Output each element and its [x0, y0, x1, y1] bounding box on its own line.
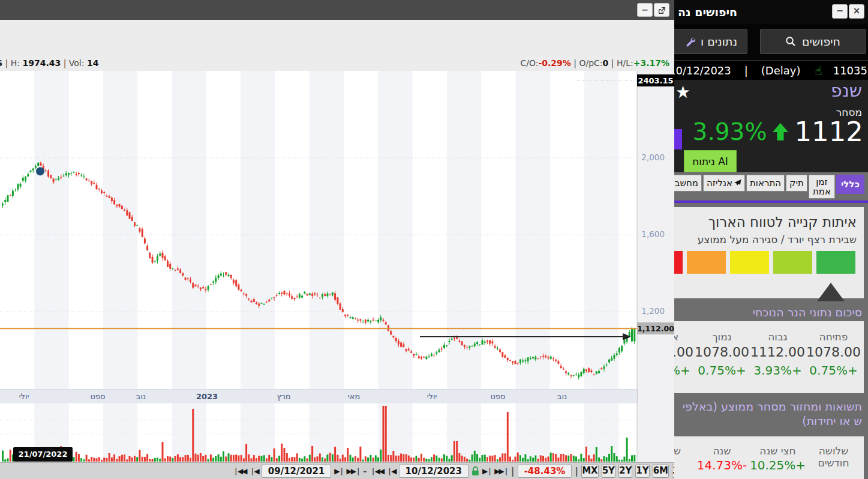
screen: − S | H: 1974.43 | Vol: 14 C/O:-0.29% | …	[0, 0, 868, 479]
period-button-5y[interactable]: 5Y	[602, 465, 615, 478]
hl-value: +3.17%	[633, 58, 669, 68]
tab-alerts[interactable]: התראות	[746, 175, 785, 191]
svg-text:2403.15: 2403.15	[638, 76, 673, 85]
search-side-panel: חיפושים נה − × חיפושים נתונים ו 10/12/20…	[674, 0, 868, 479]
step-forward2-icon[interactable]: ▶❘	[482, 467, 491, 475]
returns-header: תשואות ומחזור מסחר ממוצע (באלפי ש או יחי…	[676, 399, 862, 428]
jump-end-icon[interactable]: ▶▶❘	[347, 467, 361, 475]
last-price: 1112	[794, 116, 863, 148]
searches-button-label: חיפושים	[802, 35, 840, 48]
opc-value: 0	[603, 58, 609, 68]
step-back-icon[interactable]: ❘◀	[250, 467, 259, 475]
up-arrow-icon	[771, 122, 789, 142]
period-button-6m[interactable]: 6M	[653, 465, 669, 478]
period-button-mx[interactable]: MX	[581, 465, 599, 478]
x-axis-label: ספט	[91, 392, 106, 401]
tab-portfolio[interactable]: תיק	[786, 175, 807, 191]
high-value: 1974.43	[22, 58, 61, 68]
panel-titlebar[interactable]: חיפושים נה − ×	[674, 0, 868, 24]
range-change-pct: -48.43%	[518, 465, 572, 478]
hand-icon[interactable]: ☝	[815, 64, 822, 78]
lock-icon[interactable]	[471, 466, 479, 476]
chart-window: − S | H: 1974.43 | Vol: 14 C/O:-0.29% | …	[0, 0, 674, 479]
x-axis-gutter	[637, 389, 674, 403]
signal-subtitle: שבירת רצף יורד / סגירה מעל ממוצע	[674, 230, 864, 246]
high-column: גבוה 1112.00 +3.93%	[750, 321, 806, 378]
chart-bottom-toolbar: ❘◀◀ ❘◀ 09/12/2021 ▶❘ ▶▶❘ - ❘◀◀ ❘◀ 10/12/…	[0, 462, 674, 479]
signal-title: איתות קנייה לטווח הארוך	[674, 207, 864, 230]
watchlist-star-icon[interactable]: ★	[675, 82, 690, 102]
ai-analysis-button[interactable]: ניתוח AI	[684, 150, 737, 172]
half-year-column: חצי שנה +10.25%	[750, 436, 806, 472]
jump-start2-icon[interactable]: ❘◀◀	[370, 467, 384, 475]
wrench-icon	[686, 37, 696, 47]
vol-value: 14	[87, 58, 98, 68]
panel-minimize-button[interactable]: −	[832, 4, 848, 19]
data-tools-label: נתונים ו	[701, 35, 737, 48]
tab-analysis[interactable]: אנליזה	[703, 175, 745, 191]
jump-start-icon[interactable]: ❘◀◀	[233, 467, 247, 475]
candle-summary-header: סיכום נתוני הנר הנוכחי	[753, 305, 862, 319]
signal-card: איתות קנייה לטווח הארוך שבירת רצף יורד /…	[674, 207, 864, 298]
svg-text:2,000: 2,000	[641, 152, 665, 162]
tabs-underline	[674, 200, 868, 203]
popout-icon	[658, 7, 666, 16]
panel-title: חיפושים נה	[678, 5, 737, 19]
gauge-segment-orange	[687, 251, 726, 274]
gauge-segment-yellow	[730, 251, 769, 274]
two-years-column-clipped: שנתיים	[674, 436, 694, 472]
svg-text:1,112.00: 1,112.00	[637, 324, 674, 333]
panel-tabs: כללי זמן אמת תיק התראות אנליזה מחשבון כ	[674, 175, 864, 199]
svg-text:1,600: 1,600	[641, 229, 665, 239]
chart-popout-button[interactable]	[654, 3, 669, 17]
clipped-purple-button[interactable]	[674, 129, 682, 149]
gauge-segment-lightgreen	[773, 251, 812, 274]
price-row: 3.93% 1112	[693, 116, 863, 148]
step-back2-icon[interactable]: ❘◀	[386, 467, 395, 475]
gauge-pointer-icon	[817, 283, 845, 301]
end-date-box[interactable]: 10/12/2023	[399, 465, 468, 478]
step-forward-icon[interactable]: ▶❘	[334, 467, 343, 475]
year-column: שנה -14.73%	[694, 436, 750, 472]
chart-header-right: C/O:-0.29% | O/pC:0 | H/L:+3.17%	[520, 58, 669, 68]
returns-card: שלושה חודשים חצי שנה +10.25% שנה -14.73%…	[674, 436, 864, 479]
change-percent: 3.93%	[693, 118, 767, 145]
panel-close-button[interactable]: ×	[849, 4, 864, 19]
price-chart[interactable]: 2,0001,6001,2002403.151,112.00	[0, 71, 674, 389]
open-column: פתיחה 1078.00 +0.75%	[806, 321, 861, 378]
stock-name[interactable]: שנפ	[831, 80, 862, 101]
last-column-clipped: אחרון 1112.00 +3.93%	[674, 321, 694, 378]
x-axis-label: נוב	[136, 392, 146, 401]
gauge-segment-red	[674, 251, 683, 274]
security-id: 1103571	[833, 64, 868, 77]
quote-info-bar: 10/12/2023 | (Delay) ☝ 1103571	[674, 60, 868, 80]
low-column: נמוך 1078.00 +0.75%	[694, 321, 750, 378]
candle-summary-card: פתיחה 1078.00 +0.75% גבוה 1112.00 +3.93%…	[674, 321, 864, 393]
dash: -	[363, 465, 367, 477]
tab-calculator[interactable]: מחשבון	[674, 175, 702, 191]
x-axis-label: ספט	[491, 392, 506, 401]
symbol-fragment: S	[0, 58, 2, 68]
x-axis-label: מרץ	[277, 392, 290, 401]
chart-header-left: S | H: 1974.43 | Vol: 14	[0, 58, 98, 68]
signal-gauge	[674, 246, 864, 274]
period-button-1y[interactable]: 1Y	[635, 465, 649, 478]
x-axis-label: מאי	[348, 392, 360, 401]
quote-date: 10/12/2023	[674, 64, 731, 77]
chart-minimize-button[interactable]: −	[637, 3, 653, 17]
tab-general[interactable]: כללי	[836, 175, 864, 194]
jump-end2-icon[interactable]: ▶▶❘	[494, 467, 508, 475]
chart-header-stats: S | H: 1974.43 | Vol: 14 C/O:-0.29% | O/…	[0, 56, 674, 71]
search-icon	[785, 36, 796, 47]
date-tooltip: 21/07/2022	[13, 447, 73, 462]
rocket-icon	[734, 178, 741, 188]
tab-realtime[interactable]: זמן אמת	[809, 175, 835, 199]
searches-button[interactable]: חיפושים	[760, 29, 866, 54]
start-date-box[interactable]: 09/12/2021	[262, 465, 331, 478]
volume-chart[interactable]	[0, 403, 674, 462]
x-axis-label: יולי	[427, 392, 437, 401]
period-button-2y[interactable]: 2Y	[618, 465, 632, 478]
data-tools-button[interactable]: נתונים ו	[674, 29, 747, 54]
x-axis-label: 2023	[196, 392, 218, 401]
chart-window-titlebar[interactable]: −	[0, 0, 674, 20]
